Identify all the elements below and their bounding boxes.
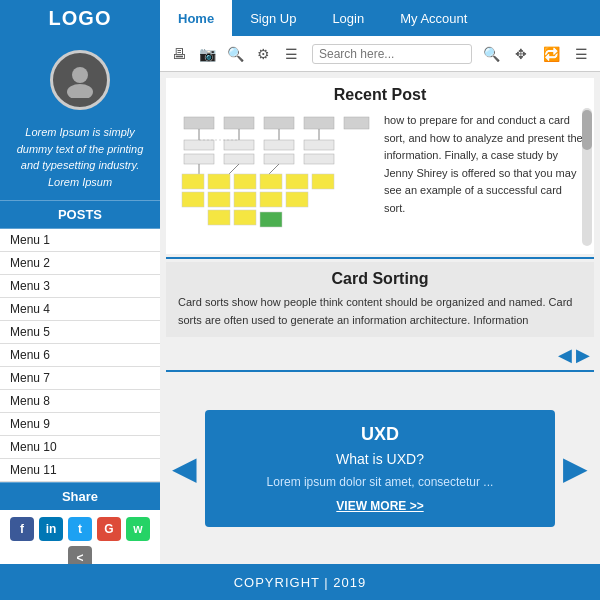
svg-rect-32 <box>260 192 282 207</box>
menu-item-8[interactable]: Menu 8 <box>0 390 160 413</box>
card-sorting-text: Card sorts show how people think content… <box>178 294 582 329</box>
menu-item-7[interactable]: Menu 7 <box>0 367 160 390</box>
diagram-svg <box>174 112 374 242</box>
svg-rect-29 <box>182 192 204 207</box>
search-input[interactable] <box>319 47 465 61</box>
sliders-icon[interactable]: ☰ <box>280 43 302 65</box>
content-area: Recent Post <box>160 72 600 564</box>
svg-rect-25 <box>234 174 256 189</box>
scroll-left-arrow[interactable]: ◀ <box>558 344 572 366</box>
menu-item-6[interactable]: Menu 6 <box>0 344 160 367</box>
svg-rect-35 <box>234 210 256 225</box>
card-sorting-section: Card Sorting Card sorts show how people … <box>166 262 594 337</box>
image-icon[interactable]: 📷 <box>196 43 218 65</box>
whatsapp-icon[interactable]: w <box>126 517 150 541</box>
menu-item-5[interactable]: Menu 5 <box>0 321 160 344</box>
header: LOGO Home Sign Up Login My Account <box>0 0 600 36</box>
toolbar: 🖶 📷 🔍 ⚙ ☰ 🔍 ✥ 🔁 ☰ <box>160 36 600 72</box>
sidebar: Lorem Ipsum is simply dummy text of the … <box>0 36 160 564</box>
uxd-title: UXD <box>225 424 535 445</box>
recent-post-text: how to prepare for and conduct a card so… <box>384 112 586 218</box>
svg-rect-30 <box>208 192 230 207</box>
svg-point-1 <box>67 84 93 98</box>
menu-item-9[interactable]: Menu 9 <box>0 413 160 436</box>
svg-rect-13 <box>264 140 294 150</box>
scrollbar-thumb[interactable] <box>582 110 592 150</box>
menu-item-3[interactable]: Menu 3 <box>0 275 160 298</box>
svg-line-21 <box>269 164 279 174</box>
svg-rect-6 <box>344 117 369 129</box>
nav-area: Home Sign Up Login My Account <box>160 0 600 36</box>
footer: COPYRIGHT | 2019 <box>0 564 600 600</box>
list-icon[interactable]: ☰ <box>570 43 592 65</box>
svg-rect-34 <box>208 210 230 225</box>
nav-myaccount[interactable]: My Account <box>382 0 485 36</box>
svg-rect-16 <box>224 154 254 164</box>
logo-text: LOGO <box>49 7 112 30</box>
menu-item-1[interactable]: Menu 1 <box>0 229 160 252</box>
recent-post-section: Recent Post <box>166 78 594 254</box>
expand-icon[interactable]: ✥ <box>510 43 532 65</box>
scroll-right-arrow-btn[interactable]: ▶ <box>576 344 590 366</box>
footer-text: COPYRIGHT | 2019 <box>234 575 367 590</box>
uxd-description: Lorem ipsum dolor sit amet, consectetur … <box>225 475 535 489</box>
search-box <box>312 44 472 64</box>
svg-rect-2 <box>184 117 214 129</box>
nav-home[interactable]: Home <box>160 0 232 36</box>
posts-header: POSTS <box>0 200 160 229</box>
svg-rect-14 <box>304 140 334 150</box>
sidebar-description: Lorem Ipsum is simply dummy text of the … <box>0 118 160 200</box>
share-header: Share <box>0 482 160 510</box>
avatar <box>50 50 110 110</box>
recent-post-title: Recent Post <box>174 86 586 104</box>
svg-rect-11 <box>184 140 214 150</box>
search-button[interactable]: 🔍 <box>480 43 502 65</box>
scrollbar[interactable] <box>582 108 592 246</box>
user-icon <box>62 62 98 98</box>
svg-rect-18 <box>304 154 334 164</box>
scroll-arrow-area: ◀ ▶ <box>160 340 600 370</box>
uxd-subtitle: What is UXD? <box>225 451 535 467</box>
svg-rect-36 <box>260 212 282 227</box>
svg-rect-27 <box>286 174 308 189</box>
googleplus-icon[interactable]: G <box>97 517 121 541</box>
section-divider-1 <box>166 257 594 259</box>
card-sorting-title: Card Sorting <box>178 270 582 288</box>
svg-rect-31 <box>234 192 256 207</box>
avatar-area <box>0 36 160 118</box>
nav-login[interactable]: Login <box>314 0 382 36</box>
svg-rect-33 <box>286 192 308 207</box>
menu-item-4[interactable]: Menu 4 <box>0 298 160 321</box>
svg-rect-24 <box>208 174 230 189</box>
svg-rect-12 <box>224 140 254 150</box>
uxd-card: UXD What is UXD? Lorem ipsum dolor sit a… <box>205 410 555 527</box>
twitter-icon[interactable]: t <box>68 517 92 541</box>
uxd-next-arrow[interactable]: ▶ <box>563 449 588 487</box>
menu-item-2[interactable]: Menu 2 <box>0 252 160 275</box>
linkedin-icon[interactable]: in <box>39 517 63 541</box>
svg-rect-28 <box>312 174 334 189</box>
uxd-section: ◀ UXD What is UXD? Lorem ipsum dolor sit… <box>160 372 600 564</box>
menu-list: Menu 1 Menu 2 Menu 3 Menu 4 Menu 5 Menu … <box>0 229 160 482</box>
svg-rect-26 <box>260 174 282 189</box>
svg-rect-5 <box>304 117 334 129</box>
zoom-icon[interactable]: 🔍 <box>224 43 246 65</box>
main-content: 🖶 📷 🔍 ⚙ ☰ 🔍 ✥ 🔁 ☰ Recent Post <box>160 36 600 564</box>
svg-line-20 <box>229 164 239 174</box>
menu-item-10[interactable]: Menu 10 <box>0 436 160 459</box>
facebook-icon[interactable]: f <box>10 517 34 541</box>
print-icon[interactable]: 🖶 <box>168 43 190 65</box>
share-toolbar-icon[interactable]: 🔁 <box>540 43 562 65</box>
uxd-view-more-link[interactable]: VIEW MORE >> <box>225 499 535 513</box>
logo-area: LOGO <box>0 0 160 36</box>
svg-rect-4 <box>264 117 294 129</box>
card-sort-diagram <box>174 112 374 246</box>
svg-rect-15 <box>184 154 214 164</box>
menu-item-11[interactable]: Menu 11 <box>0 459 160 482</box>
svg-rect-3 <box>224 117 254 129</box>
uxd-prev-arrow[interactable]: ◀ <box>172 449 197 487</box>
recent-post-content: how to prepare for and conduct a card so… <box>174 112 586 246</box>
svg-rect-23 <box>182 174 204 189</box>
nav-signup[interactable]: Sign Up <box>232 0 314 36</box>
settings-icon[interactable]: ⚙ <box>252 43 274 65</box>
